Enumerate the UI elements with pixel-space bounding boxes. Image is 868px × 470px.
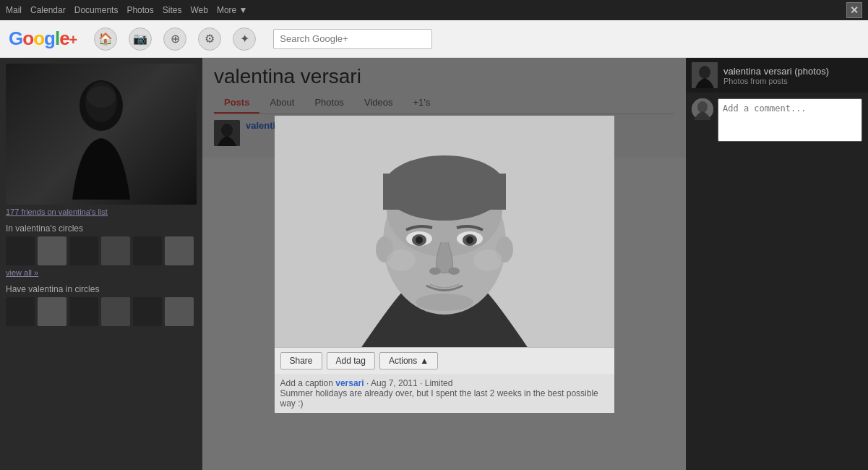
caption-visibility: · bbox=[420, 378, 425, 388]
view-all-link[interactable]: view all » bbox=[6, 265, 197, 280]
svg-point-20 bbox=[448, 268, 460, 275]
games-icon[interactable]: ✦ bbox=[233, 27, 256, 51]
photo-toolbar: Share Add tag Actions ▲ bbox=[275, 347, 614, 374]
nav-documents[interactable]: Documents bbox=[74, 5, 119, 15]
have-valentina-avatar-list bbox=[6, 297, 197, 326]
nav-photos[interactable]: Photos bbox=[126, 5, 153, 15]
google-plus-logo: Google+ bbox=[9, 27, 77, 50]
comment-section bbox=[686, 93, 868, 470]
caption-visibility-text: Limited bbox=[425, 378, 453, 388]
actions-button[interactable]: Actions ▲ bbox=[379, 352, 438, 369]
left-sidebar: 177 friends on valentina's list In valen… bbox=[0, 58, 202, 470]
nav-sites[interactable]: Sites bbox=[163, 5, 182, 15]
svg-rect-10 bbox=[383, 174, 506, 210]
circle-avatar-1[interactable] bbox=[6, 236, 35, 265]
center-content: valentina versari Posts About Photos Vid… bbox=[202, 58, 686, 470]
have-valentina-title: Have valentina in circles bbox=[6, 280, 197, 297]
nav-web[interactable]: Web bbox=[190, 5, 207, 15]
have-avatar-6[interactable] bbox=[165, 297, 194, 326]
nav-calendar[interactable]: Calendar bbox=[30, 5, 66, 15]
share-button[interactable]: Share bbox=[280, 352, 322, 369]
header-icons: 🏠 📷 ⊕ ⚙ ✦ bbox=[94, 27, 256, 51]
circles-icon[interactable]: ⊕ bbox=[163, 27, 186, 51]
caption-area: Add a caption versari · Aug 7, 2011 · Li… bbox=[275, 374, 614, 413]
svg-point-17 bbox=[416, 236, 423, 244]
caption-text: Summer holidays are already over, but I … bbox=[280, 388, 598, 409]
caption-date-text: Aug 7, 2011 bbox=[371, 378, 418, 388]
actions-label: Actions bbox=[389, 356, 417, 366]
comment-input[interactable] bbox=[718, 98, 862, 142]
comment-input-row bbox=[692, 98, 862, 142]
right-panel-user-avatar bbox=[692, 62, 718, 88]
circle-avatar-3[interactable] bbox=[69, 236, 98, 265]
svg-point-22 bbox=[387, 249, 416, 271]
right-panel-header: valentina versari (photos) Photos from p… bbox=[686, 58, 868, 93]
top-nav-bar: Mail Calendar Documents Photos Sites Web… bbox=[0, 0, 868, 20]
circles-avatar-list bbox=[6, 236, 197, 265]
photo-overlay: ▶ Share Add tag Actions ▲ Add a caption … bbox=[202, 58, 686, 470]
right-panel-subtitle: Photos from posts bbox=[723, 77, 829, 85]
home-icon[interactable]: 🏠 bbox=[94, 27, 117, 51]
commenter-avatar bbox=[692, 98, 713, 120]
svg-point-27 bbox=[697, 101, 708, 113]
nav-mail[interactable]: Mail bbox=[6, 5, 22, 15]
photo-lightbox: ▶ Share Add tag Actions ▲ Add a caption … bbox=[275, 116, 614, 413]
circle-avatar-5[interactable] bbox=[133, 236, 162, 265]
header-bar: Google+ 🏠 📷 ⊕ ⚙ ✦ bbox=[0, 20, 868, 58]
caption-author-link[interactable]: versari bbox=[335, 378, 364, 388]
cover-gradient bbox=[6, 64, 197, 205]
have-avatar-4[interactable] bbox=[101, 297, 130, 326]
photos-icon[interactable]: 📷 bbox=[129, 27, 152, 51]
actions-arrow-icon: ▲ bbox=[420, 356, 429, 366]
svg-point-23 bbox=[473, 249, 502, 271]
main-layout: 177 friends on valentina's list In valen… bbox=[0, 58, 868, 470]
photo-image-area[interactable]: ▶ bbox=[275, 116, 614, 347]
circle-avatar-6[interactable] bbox=[165, 236, 194, 265]
add-tag-button[interactable]: Add tag bbox=[327, 352, 375, 369]
close-button[interactable]: ✕ bbox=[846, 2, 862, 18]
circle-avatar-2[interactable] bbox=[38, 236, 66, 265]
svg-point-25 bbox=[699, 66, 710, 79]
search-input[interactable] bbox=[273, 29, 432, 49]
svg-point-19 bbox=[429, 268, 441, 275]
right-panel-info: valentina versari (photos) Photos from p… bbox=[723, 66, 829, 85]
right-panel-title: valentina versari (photos) bbox=[723, 66, 829, 77]
have-avatar-5[interactable] bbox=[133, 297, 162, 326]
in-circles-title: In valentina's circles bbox=[6, 219, 197, 236]
svg-point-18 bbox=[466, 236, 473, 244]
circles-count-text[interactable]: 177 friends on valentina's list bbox=[6, 205, 197, 219]
settings-icon[interactable]: ⚙ bbox=[198, 27, 221, 51]
caption-prefix: Add a caption bbox=[280, 378, 333, 388]
right-panel: valentina versari (photos) Photos from p… bbox=[686, 58, 868, 470]
circle-avatar-4[interactable] bbox=[101, 236, 130, 265]
profile-cover-image bbox=[6, 64, 197, 205]
have-avatar-3[interactable] bbox=[69, 297, 98, 326]
have-avatar-2[interactable] bbox=[38, 297, 66, 326]
svg-point-2 bbox=[87, 86, 116, 108]
nav-more[interactable]: More ▼ bbox=[217, 5, 248, 15]
svg-point-21 bbox=[416, 294, 473, 311]
have-avatar-1[interactable] bbox=[6, 297, 35, 326]
